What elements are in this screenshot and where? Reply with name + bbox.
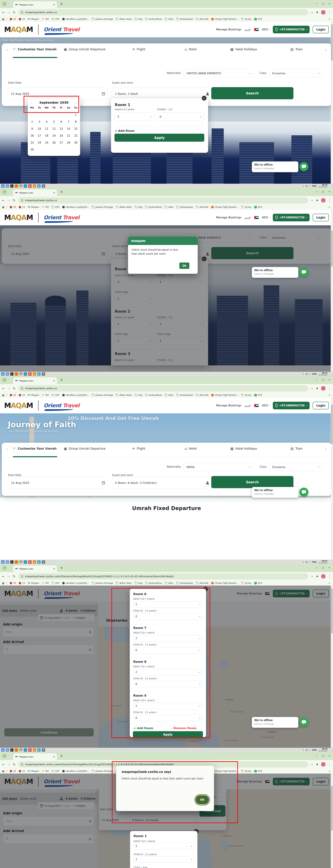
reload-button[interactable]: ↻ — [13, 575, 15, 578]
bookmark-vcr[interactable]: VVCR — [253, 393, 263, 397]
tab-group-umrah-departure[interactable]: Group Umrah Departure — [64, 47, 106, 51]
tab-search-icon[interactable]: ▾ — [2, 378, 7, 382]
bookmark-23[interactable]: 23 — [18, 393, 26, 397]
bookmark-wt[interactable]: WTWT — [41, 581, 50, 585]
chrome-icon[interactable] — [19, 748, 23, 752]
tab-close-icon[interactable]: × — [53, 755, 55, 758]
bookmarks-overflow-icon[interactable]: » — [327, 18, 332, 21]
bookmark-vcr[interactable]: VVCR — [253, 769, 263, 773]
edge-icon[interactable]: e — [24, 748, 27, 752]
popup-ok-button[interactable]: Ok — [179, 262, 189, 269]
bookmark-folder-attar[interactable]: attar — [164, 205, 175, 209]
tray-display-icon[interactable]: ▤ — [306, 185, 307, 187]
bookmark-wt[interactable]: WTWT — [41, 769, 50, 773]
class-select[interactable]: Economy▾ — [269, 463, 322, 471]
calendar-day[interactable] — [50, 146, 58, 153]
search-button[interactable]: Search — [211, 87, 294, 99]
reload-button[interactable]: ↻ — [13, 198, 15, 202]
code-editor-icon[interactable]: ◧ — [37, 748, 41, 752]
bookmark-wt[interactable]: WTWT — [41, 205, 50, 209]
forward-button[interactable]: → — [7, 386, 10, 390]
bookmarks-overflow-icon[interactable]: » — [327, 206, 332, 209]
terminal-icon[interactable]: >_ — [10, 372, 13, 376]
bookmark-23[interactable]: 23 — [18, 18, 26, 21]
guest-popover-close-icon[interactable]: ✕ — [202, 96, 206, 100]
bookmark-folder-tripj[interactable]: tripj — [134, 393, 144, 397]
new-tab-button[interactable]: + — [60, 190, 63, 194]
phone-button[interactable]: +971600562726▾ — [273, 26, 309, 33]
bookmark-folder-tyraty[interactable]: Tyraty — [240, 18, 253, 21]
apps-grid-icon[interactable]: ▦ — [1, 770, 5, 773]
address-bar[interactable]: maqamqa2web.caxita.ca — [18, 197, 308, 204]
bookmark-maqam[interactable]: MRMaqam — [27, 769, 40, 773]
app-grid-icon[interactable]: ▦ — [1, 184, 4, 188]
tab-flight[interactable]: Flight — [132, 47, 145, 51]
bookmark-folder-almiriah[interactable]: Almiriah — [195, 581, 210, 585]
bookmark-folder-attar[interactable]: attar — [164, 18, 175, 21]
tray-expand-icon[interactable]: ∧ — [302, 185, 304, 187]
bookmark-wt[interactable]: WTWT — [41, 18, 50, 21]
calendar-day[interactable]: 30 — [28, 146, 36, 153]
page-scrollbar[interactable] — [331, 398, 333, 560]
bookmark-folder-ambassador[interactable]: Ambassador — [175, 18, 195, 21]
calendar-day[interactable]: 7 — [65, 118, 72, 125]
nationality-select[interactable]: UNITED ARAB EMIRATES▾ — [184, 69, 253, 78]
profile-avatar[interactable] — [321, 574, 326, 579]
reload-button[interactable]: ↻ — [13, 10, 15, 14]
phone-button[interactable]: +971600562726▾ — [273, 402, 309, 409]
bookmarks-overflow-icon[interactable]: » — [327, 394, 332, 397]
bookmark-23[interactable]: 23 — [18, 581, 26, 585]
wps-icon[interactable]: W — [28, 184, 32, 188]
currency-selector[interactable]: AED▾ — [262, 404, 270, 407]
address-bar[interactable]: maqamqa2web.caxita.ca/en/DynamicPackageR… — [18, 573, 308, 580]
bookmark-folder-akbar-alam[interactable]: Akbar Alam — [114, 581, 133, 585]
manage-bookings-link[interactable]: Manage Bookings — [216, 216, 241, 219]
calendar-day[interactable]: 25 — [43, 139, 50, 146]
terminal-icon[interactable]: >_ — [10, 560, 13, 564]
adult-count-select[interactable]: 2▾ — [133, 843, 194, 849]
tab-close-icon[interactable]: × — [53, 3, 55, 6]
app-grid-icon[interactable]: ▦ — [1, 372, 4, 376]
tab-close-icon[interactable]: × — [53, 567, 55, 570]
browser-tab[interactable]: MR Maqam.com × — [13, 565, 57, 572]
profile-avatar[interactable] — [321, 386, 326, 391]
bookmark-vcr[interactable]: VVCR — [253, 18, 263, 21]
tab-customize-your-umrah[interactable]: Customize Your Umrah — [13, 47, 57, 51]
browser-tab[interactable]: MR Maqam.com × — [13, 753, 57, 760]
calendar-day[interactable] — [58, 146, 65, 153]
browser-menu-icon[interactable]: ⋮ — [328, 387, 331, 390]
tab-hotel[interactable]: Hotel — [185, 446, 197, 451]
bookmark-folder-cbt[interactable]: CBT — [51, 205, 61, 209]
page-scrollbar[interactable] — [331, 586, 333, 748]
site-info-icon[interactable] — [21, 199, 23, 202]
arabic-language-link[interactable]: عربي — [244, 28, 251, 31]
chat-widget[interactable]: We're offlineLeave a message — [252, 161, 298, 172]
phone-button[interactable]: +971600562726▾ — [273, 214, 309, 221]
bookmark-folder-tripj[interactable]: tripj — [134, 581, 144, 585]
page-scrollbar[interactable] — [331, 22, 333, 184]
wps-icon[interactable]: W — [28, 560, 32, 564]
window-controls[interactable]: —□× — [315, 566, 330, 569]
bookmark-folder-tyraty[interactable]: Tyraty — [240, 393, 253, 397]
maqam-logo[interactable]: MAQAM — [4, 402, 33, 409]
firefox-icon[interactable] — [15, 748, 18, 752]
nationality-select[interactable]: INDIA▾ — [184, 463, 253, 471]
settings-icon[interactable]: ✱ — [42, 372, 45, 376]
calendar-day[interactable]: 26 — [50, 139, 58, 146]
site-info-icon[interactable] — [21, 387, 23, 390]
files-icon[interactable]: ▤ — [6, 560, 9, 564]
chat-widget[interactable]: We're offlineLeave a message — [252, 487, 298, 498]
extensions-icon[interactable]: ❖ — [316, 199, 319, 202]
child-count-select[interactable]: 0▾ — [157, 113, 204, 121]
bookmarks-overflow-icon[interactable]: » — [327, 770, 332, 773]
firefox-icon[interactable] — [15, 184, 18, 188]
login-button[interactable]: Login — [313, 214, 329, 221]
back-button[interactable]: ← — [2, 575, 5, 578]
calendar-day[interactable] — [43, 146, 50, 153]
keyboard-layout[interactable]: ENG — [312, 749, 317, 751]
bookmark-wt[interactable]: WTWT — [41, 393, 50, 397]
bookmark-folder-almiriah[interactable]: Almiriah — [195, 205, 210, 209]
tray-volume-icon[interactable]: ♪ — [309, 561, 310, 563]
bookmark-folder-tyraty[interactable]: Tyraty — [240, 205, 253, 209]
tab-search-icon[interactable]: ▾ — [2, 566, 7, 570]
